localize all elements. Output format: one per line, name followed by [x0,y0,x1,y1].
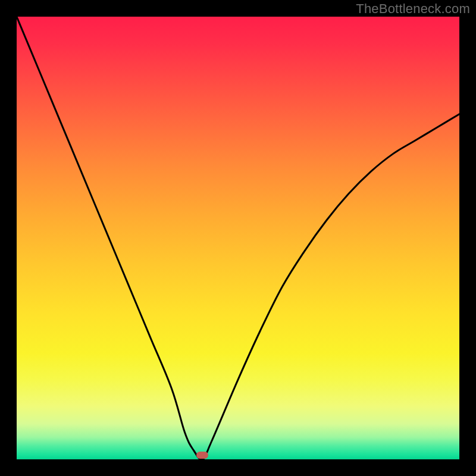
optimal-point-marker [196,452,208,459]
chart-frame: TheBottleneck.com [0,0,476,476]
plot-area [17,17,459,459]
bottleneck-curve [17,17,459,459]
watermark-text: TheBottleneck.com [356,1,470,17]
